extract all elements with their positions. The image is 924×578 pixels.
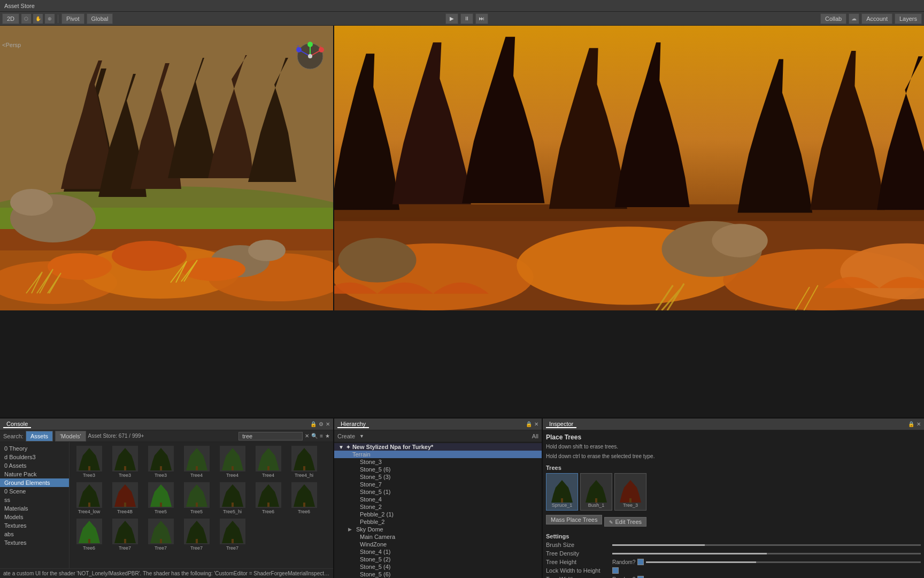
sidebar-item-2[interactable]: 0 Assets bbox=[0, 461, 69, 470]
hierarchy-item-1[interactable]: Stone_3 bbox=[334, 458, 542, 466]
toolbar-2d[interactable]: 2D bbox=[2, 13, 19, 24]
all-filter[interactable]: All bbox=[532, 433, 538, 439]
sidebar-item-10[interactable]: abs bbox=[0, 530, 69, 538]
persp-label[interactable]: <Persp bbox=[2, 42, 21, 48]
random-label: Random? bbox=[612, 559, 635, 565]
asset-item-4[interactable]: Tree4 bbox=[215, 444, 250, 480]
hierarchy-close[interactable]: ✕ bbox=[534, 421, 538, 427]
console-settings[interactable]: ⚙ bbox=[319, 421, 324, 427]
asset-item-1[interactable]: Tree3 bbox=[107, 444, 142, 480]
tree-thumb-0[interactable]: Spruce_1 bbox=[546, 473, 578, 511]
game-canvas[interactable] bbox=[334, 26, 924, 310]
inspector-tab[interactable]: Inspector bbox=[546, 421, 576, 428]
sidebar-item-0[interactable]: 0 Theory bbox=[0, 444, 69, 453]
asset-item-16[interactable]: Tree7 bbox=[143, 517, 178, 552]
asset-item-9[interactable]: Tree5 bbox=[143, 481, 178, 516]
hierarchy-item-16[interactable]: Stone_5 (6) bbox=[334, 571, 542, 578]
tree-thumb-1[interactable]: Bush_1 bbox=[580, 473, 612, 511]
mass-place-trees-btn[interactable]: Mass Place Trees bbox=[546, 515, 602, 524]
sidebar-item-6[interactable]: ss bbox=[0, 496, 69, 504]
console-msg: ate a custom UI for the shader 'NOT_Lone… bbox=[0, 568, 333, 578]
tree-height-slider[interactable] bbox=[646, 561, 921, 563]
hierarchy-item-10[interactable]: ▶Sky Dome bbox=[334, 526, 542, 533]
sidebar-item-9[interactable]: Textures bbox=[0, 521, 69, 530]
toolbar-pivot[interactable]: Pivot bbox=[61, 13, 84, 24]
asset-item-13[interactable]: Tree6 bbox=[287, 481, 321, 516]
console-close[interactable]: ✕ bbox=[326, 421, 330, 427]
search-icon[interactable]: 🔍 bbox=[311, 433, 318, 439]
hierarchy-item-12[interactable]: WindZone bbox=[334, 541, 542, 548]
collab-button[interactable]: Collab bbox=[820, 13, 846, 24]
sidebar-item-1[interactable]: d Boulders3 bbox=[0, 453, 69, 461]
asset-item-0[interactable]: Tree3 bbox=[72, 444, 106, 480]
sidebar-item-7[interactable]: Materials bbox=[0, 504, 69, 513]
search-options[interactable]: ≡ bbox=[320, 433, 323, 439]
sidebar-item-4[interactable]: Ground Elements bbox=[0, 478, 69, 487]
asset-item-2[interactable]: Tree3 bbox=[143, 444, 178, 480]
hierarchy-item-11[interactable]: Main Camera bbox=[334, 533, 542, 541]
hierarchy-item-3[interactable]: Stone_5 (3) bbox=[334, 473, 542, 481]
asset-item-7[interactable]: Tree4_low bbox=[72, 481, 106, 516]
asset-item-5[interactable]: Tree4 bbox=[251, 444, 286, 480]
inspector-close[interactable]: ✕ bbox=[917, 421, 921, 427]
hier-label-6: Stone_4 bbox=[360, 496, 382, 503]
tree-width-random-checkbox[interactable] bbox=[637, 576, 644, 578]
models-filter-btn[interactable]: 'Models' bbox=[55, 431, 86, 442]
assets-filter-btn[interactable]: Assets bbox=[26, 431, 53, 442]
hierarchy-item-9[interactable]: Pebble_2 bbox=[334, 518, 542, 526]
pause-button[interactable]: ⏸ bbox=[460, 13, 473, 24]
hierarchy-item-8[interactable]: Pebble_2 (1) bbox=[334, 511, 542, 518]
sidebar-item-8[interactable]: Models bbox=[0, 513, 69, 521]
asset-item-17[interactable]: Tree7 bbox=[179, 517, 214, 552]
cloud-button[interactable]: ☁ bbox=[849, 13, 859, 24]
step-button[interactable]: ⏭ bbox=[475, 13, 488, 24]
hierarchy-item-5[interactable]: Stone_5 (1) bbox=[334, 488, 542, 496]
svg-rect-58 bbox=[196, 466, 198, 470]
lock-width-checkbox[interactable] bbox=[612, 567, 619, 574]
hierarchy-item-13[interactable]: Stone_4 (1) bbox=[334, 548, 542, 556]
search-star[interactable]: ★ bbox=[325, 433, 330, 439]
hierarchy-item-6[interactable]: Stone_4 bbox=[334, 496, 542, 503]
hierarchy-scene-root[interactable]: ▼ ✦ New Stylized Npa for Turkey* bbox=[334, 443, 542, 451]
search-input[interactable] bbox=[238, 432, 303, 440]
sidebar-item-5[interactable]: 0 Scene bbox=[0, 487, 69, 496]
hierarchy-item-14[interactable]: Stone_5 (2) bbox=[334, 556, 542, 563]
asset-label-2: Tree3 bbox=[145, 473, 176, 478]
create-dropdown[interactable]: Create bbox=[337, 433, 355, 439]
asset-item-8[interactable]: Tree4B bbox=[107, 481, 142, 516]
asset-item-15[interactable]: Tree7 bbox=[107, 517, 142, 552]
hierarchy-item-0[interactable]: Terrain bbox=[334, 451, 542, 458]
scene-gizmo[interactable]: X Y Z bbox=[296, 42, 328, 74]
inspector-lock[interactable]: 🔒 bbox=[908, 421, 914, 427]
search-clear[interactable]: ✕ bbox=[305, 433, 309, 439]
scene-canvas[interactable]: X Y Z <Persp bbox=[0, 26, 333, 310]
sidebar-item-11[interactable]: Textures bbox=[0, 538, 69, 547]
hierarchy-item-2[interactable]: Stone_5 (6) bbox=[334, 466, 542, 473]
console-tab[interactable]: Console bbox=[3, 421, 31, 428]
account-button[interactable]: Account bbox=[861, 13, 892, 24]
hierarchy-item-15[interactable]: Stone_5 (4) bbox=[334, 563, 542, 571]
asset-item-11[interactable]: Tree5_hi bbox=[215, 481, 250, 516]
edit-trees-btn[interactable]: ✎ Edit Trees bbox=[604, 517, 646, 527]
asset-item-18[interactable]: Tree7 bbox=[215, 517, 250, 552]
sidebar-item-3[interactable]: Nature Pack bbox=[0, 470, 69, 478]
asset-item-3[interactable]: Tree4 bbox=[179, 444, 214, 480]
console-lock[interactable]: 🔒 bbox=[310, 421, 317, 427]
svg-rect-94 bbox=[629, 498, 632, 503]
toolbar-global[interactable]: Global bbox=[87, 13, 113, 24]
asset-item-6[interactable]: Tree4_hi bbox=[287, 444, 321, 480]
menu-asset-store[interactable]: Asset Store bbox=[0, 2, 39, 10]
play-button[interactable]: ▶ bbox=[445, 13, 458, 24]
tree-thumb-2[interactable]: Tree_3 bbox=[614, 473, 646, 511]
brush-size-slider[interactable] bbox=[612, 544, 921, 546]
hierarchy-tab[interactable]: Hierarchy bbox=[337, 421, 369, 428]
asset-item-12[interactable]: Tree6 bbox=[251, 481, 286, 516]
hierarchy-lock[interactable]: 🔒 bbox=[526, 421, 532, 427]
hierarchy-item-4[interactable]: Stone_7 bbox=[334, 481, 542, 488]
layers-button[interactable]: Layers bbox=[895, 13, 922, 24]
tree-density-slider[interactable] bbox=[612, 553, 921, 554]
tree-height-random-checkbox[interactable] bbox=[637, 559, 644, 565]
hierarchy-item-7[interactable]: Stone_2 bbox=[334, 503, 542, 511]
asset-item-14[interactable]: Tree6 bbox=[72, 517, 106, 552]
asset-item-10[interactable]: Tree5 bbox=[179, 481, 214, 516]
